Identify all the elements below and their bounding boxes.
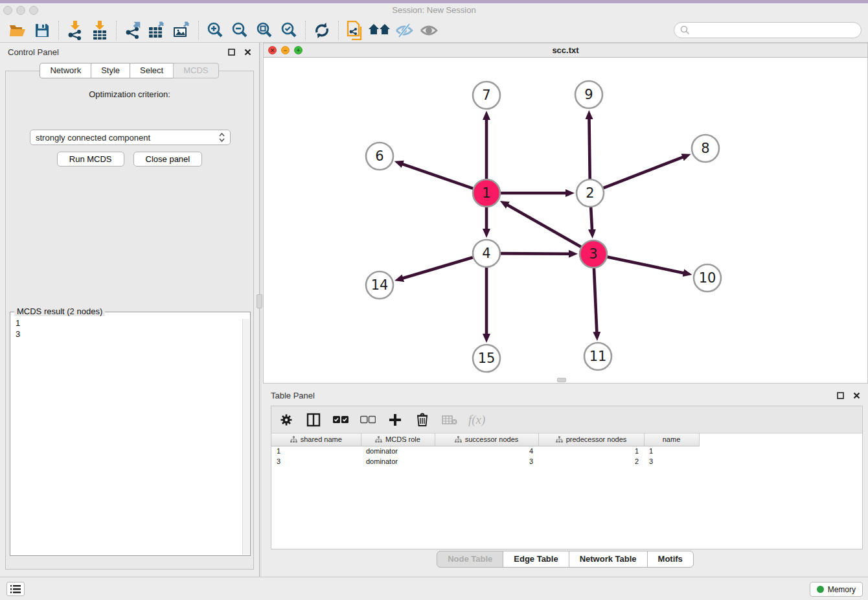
cell-predecessor-nodes[interactable]: 1 bbox=[538, 446, 644, 456]
tab-network-table[interactable]: Network Table bbox=[569, 551, 648, 568]
table-row[interactable]: 3 dominator 3 2 3 bbox=[271, 456, 699, 467]
column-header-mcds-role[interactable]: MCDS role bbox=[361, 433, 435, 446]
attribute-type-icon bbox=[375, 436, 382, 443]
cell-successor-nodes[interactable]: 3 bbox=[435, 456, 538, 467]
unselect-all-icon[interactable] bbox=[360, 411, 376, 428]
edge-4-3[interactable] bbox=[501, 253, 569, 254]
graph-node-label: 15 bbox=[478, 351, 496, 366]
network-close-button[interactable]: ✕ bbox=[268, 46, 277, 54]
control-panel-title: Control Panel bbox=[8, 47, 59, 57]
zoom-out-icon[interactable] bbox=[227, 20, 252, 41]
panel-splitter[interactable] bbox=[259, 43, 262, 577]
graph-node-label: 1 bbox=[482, 185, 490, 201]
memory-status-icon bbox=[817, 586, 824, 593]
mcds-result-box: MCDS result (2 nodes) 1 3 bbox=[10, 312, 251, 556]
home-view-icon[interactable] bbox=[367, 20, 392, 41]
graph-node-label: 9 bbox=[584, 87, 593, 102]
search-input[interactable] bbox=[694, 26, 855, 35]
column-header-name[interactable]: name bbox=[644, 433, 699, 446]
export-network-icon[interactable] bbox=[120, 20, 145, 41]
network-minimize-button[interactable]: − bbox=[281, 46, 290, 54]
task-history-button[interactable] bbox=[6, 582, 25, 596]
close-panel-button[interactable]: Close panel bbox=[133, 152, 203, 167]
result-scrollbar[interactable] bbox=[242, 319, 249, 555]
mcds-result-list[interactable]: 1 3 bbox=[10, 312, 250, 555]
run-mcds-button[interactable]: Run MCDS bbox=[57, 152, 124, 167]
node-table: shared name MCDS role successor nodes pr… bbox=[271, 433, 700, 467]
table-panel-header: Table Panel bbox=[263, 386, 868, 404]
mcds-result-item: 3 bbox=[16, 329, 245, 340]
close-panel-icon[interactable] bbox=[244, 49, 251, 56]
open-session-icon[interactable] bbox=[5, 20, 30, 41]
float-panel-icon[interactable] bbox=[228, 49, 235, 56]
cell-mcds-role[interactable]: dominator bbox=[361, 456, 435, 467]
cell-name[interactable]: 3 bbox=[644, 456, 699, 467]
edge-1-6[interactable] bbox=[402, 164, 473, 189]
canvas-splitter-grip[interactable] bbox=[557, 378, 566, 382]
hide-selected-icon[interactable] bbox=[392, 20, 417, 41]
criterion-dropdown[interactable]: strongly connected component bbox=[30, 130, 231, 145]
window-title: Session: New Session bbox=[0, 5, 868, 15]
edge-3-1[interactable] bbox=[507, 205, 581, 247]
attribute-type-icon bbox=[290, 436, 297, 443]
search-box[interactable] bbox=[674, 22, 862, 38]
select-all-icon[interactable] bbox=[332, 411, 349, 428]
network-canvas[interactable]: 7968124314101511 bbox=[264, 58, 867, 383]
edge-2-3[interactable] bbox=[591, 207, 592, 230]
import-network-icon[interactable] bbox=[63, 20, 87, 41]
table-row[interactable]: 1 dominator 4 1 1 bbox=[271, 446, 699, 456]
optimization-criterion-label: Optimization criterion: bbox=[6, 89, 253, 99]
float-table-panel-icon[interactable] bbox=[837, 392, 844, 399]
import-table-icon[interactable] bbox=[87, 20, 112, 41]
splitter-grip[interactable] bbox=[257, 294, 262, 308]
edge-2-9[interactable] bbox=[589, 119, 589, 179]
toolbar-separator bbox=[198, 21, 199, 40]
column-header-successor-nodes[interactable]: successor nodes bbox=[435, 433, 538, 446]
add-row-icon[interactable] bbox=[387, 411, 404, 428]
graph-node-label: 6 bbox=[375, 148, 383, 164]
edge-3-10[interactable] bbox=[608, 257, 684, 273]
delete-table-icon[interactable] bbox=[441, 411, 458, 428]
tab-style[interactable]: Style bbox=[91, 63, 130, 78]
memory-button[interactable]: Memory bbox=[810, 582, 863, 597]
edge-2-8[interactable] bbox=[604, 157, 683, 188]
column-header-predecessor-nodes[interactable]: predecessor nodes bbox=[538, 433, 644, 446]
cell-shared-name[interactable]: 3 bbox=[271, 456, 361, 467]
tab-edge-table[interactable]: Edge Table bbox=[503, 551, 569, 568]
cell-shared-name[interactable]: 1 bbox=[271, 446, 361, 456]
function-builder-icon[interactable]: f(x) bbox=[468, 413, 485, 427]
tab-select[interactable]: Select bbox=[130, 63, 174, 78]
refresh-layout-icon[interactable] bbox=[310, 20, 334, 41]
save-session-icon[interactable] bbox=[30, 20, 54, 41]
show-all-icon[interactable] bbox=[417, 20, 441, 41]
network-graph[interactable]: 7968124314101511 bbox=[264, 58, 867, 383]
delete-row-icon[interactable] bbox=[414, 411, 431, 428]
export-table-icon[interactable] bbox=[145, 20, 170, 41]
network-maximize-button[interactable]: + bbox=[294, 46, 303, 54]
export-image-icon[interactable] bbox=[170, 20, 194, 41]
zoom-fit-icon[interactable] bbox=[252, 20, 277, 41]
cell-successor-nodes[interactable]: 4 bbox=[435, 446, 538, 456]
dropdown-stepper-icon bbox=[219, 133, 225, 142]
close-table-panel-icon[interactable] bbox=[853, 392, 860, 399]
table-toolbar: f(x) bbox=[271, 406, 862, 433]
tab-network[interactable]: Network bbox=[40, 63, 91, 78]
edge-4-14[interactable] bbox=[402, 257, 472, 278]
cell-mcds-role[interactable]: dominator bbox=[361, 446, 435, 456]
zoom-selected-icon[interactable] bbox=[277, 20, 301, 41]
duplicate-network-icon[interactable] bbox=[343, 20, 367, 41]
column-header-shared-name[interactable]: shared name bbox=[271, 433, 361, 446]
zoom-in-icon[interactable] bbox=[203, 20, 227, 41]
edge-3-11[interactable] bbox=[594, 268, 597, 332]
split-columns-icon[interactable] bbox=[305, 411, 322, 428]
settings-icon[interactable] bbox=[278, 411, 295, 428]
toolbar-separator bbox=[338, 21, 339, 40]
tab-node-table[interactable]: Node Table bbox=[437, 551, 503, 568]
tab-motifs[interactable]: Motifs bbox=[647, 551, 694, 568]
cell-predecessor-nodes[interactable]: 2 bbox=[538, 456, 644, 467]
mcds-panel-body: Optimization criterion: strongly connect… bbox=[5, 71, 254, 570]
tab-mcds[interactable]: MCDS bbox=[173, 63, 218, 78]
network-window-title: scc.txt bbox=[264, 43, 867, 57]
cell-name[interactable]: 1 bbox=[644, 446, 699, 456]
network-window-titlebar[interactable]: ✕ − + scc.txt bbox=[264, 43, 867, 58]
